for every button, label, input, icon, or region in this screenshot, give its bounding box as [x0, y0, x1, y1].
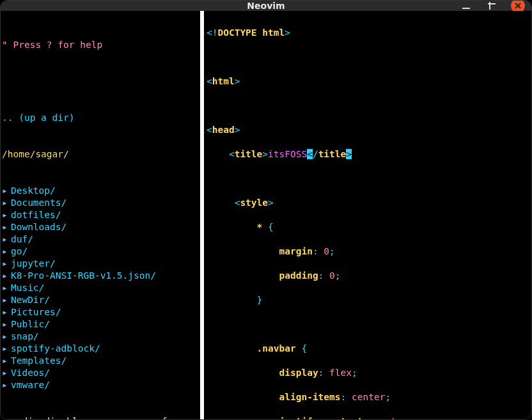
- code-pane[interactable]: <!DOCTYPE html> <html> <head> <title>its…: [204, 11, 531, 420]
- tree-dir-item[interactable]: ▸ Public/: [2, 318, 199, 331]
- titlebar[interactable]: Neovim: [1, 1, 531, 11]
- chevron-right-icon: ▸: [2, 355, 11, 367]
- svg-rect-1: [489, 2, 490, 10]
- chevron-right-icon: ▸: [2, 270, 11, 282]
- dir-label: Templates/: [11, 355, 66, 367]
- tree-cwd: /home/sagar/: [2, 148, 199, 160]
- chevron-right-icon: ▸: [2, 209, 11, 221]
- svg-rect-2: [488, 3, 496, 4]
- chevron-right-icon: ▸: [2, 343, 11, 355]
- tree-dir-item[interactable]: ▸ jupyter/: [2, 258, 199, 270]
- chevron-right-icon: ▸: [2, 367, 11, 379]
- tree-dir-item[interactable]: ▸ dotfiles/: [2, 209, 199, 221]
- dir-label: Music/: [11, 282, 44, 294]
- tree-dir-item[interactable]: ▸ Music/: [2, 282, 199, 294]
- dir-label: jupyter/: [11, 258, 56, 270]
- tree-dir-item[interactable]: ▸ vmware/: [2, 379, 199, 391]
- dir-label: Videos/: [11, 367, 50, 379]
- tree-dir-item[interactable]: ▸ NewDir/: [2, 294, 199, 306]
- chevron-right-icon: ▸: [2, 379, 11, 391]
- code-line: margin: 0;: [207, 245, 530, 258]
- code-line: align-items: center;: [207, 391, 530, 403]
- chevron-right-icon: ▸: [2, 185, 11, 197]
- file-label: audio_disable_powersave.conf: [11, 416, 167, 420]
- dir-label: duf/: [11, 233, 33, 245]
- file-tree-pane[interactable]: " Press ? for help .. (up a dir) /home/s…: [1, 11, 204, 420]
- dir-label: Downloads/: [11, 221, 66, 233]
- chevron-right-icon: ▸: [2, 197, 11, 209]
- dir-label: snap/: [11, 331, 39, 343]
- neovim-window: Neovim " Press ? for help .. (up a dir) …: [0, 0, 532, 420]
- tree-dir-item[interactable]: ▸ snap/: [2, 331, 199, 343]
- editor-area: " Press ? for help .. (up a dir) /home/s…: [1, 11, 531, 420]
- tree-dir-item[interactable]: ▸ Documents/: [2, 197, 199, 209]
- code-line: * {: [207, 221, 530, 233]
- dir-label: dotfiles/: [11, 209, 61, 221]
- code-line: <html>: [207, 75, 530, 88]
- dir-label: go/: [11, 245, 27, 258]
- chevron-right-icon: ▸: [2, 221, 11, 233]
- tree-help: " Press ? for help: [2, 39, 199, 51]
- tree-dir-item[interactable]: ▸ Pictures/: [2, 306, 199, 318]
- code-line: }: [207, 294, 530, 306]
- code-line: <head>: [207, 124, 530, 136]
- chevron-right-icon: ▸: [2, 331, 11, 343]
- tree-dir-item[interactable]: ▸ K8-Pro-ANSI-RGB-v1.5.json/: [2, 270, 199, 282]
- tree-dir-item[interactable]: ▸ Desktop/: [2, 185, 199, 197]
- dir-label: vmware/: [11, 379, 50, 391]
- window-title: Neovim: [247, 1, 285, 11]
- chevron-right-icon: ▸: [2, 294, 11, 306]
- tree-updir[interactable]: .. (up a dir): [2, 112, 199, 124]
- dir-label: K8-Pro-ANSI-RGB-v1.5.json/: [11, 270, 156, 282]
- tree-dir-item[interactable]: ▸ duf/: [2, 233, 199, 245]
- code-line: <title>itsFOSS</title>: [207, 148, 530, 160]
- dir-label: NewDir/: [11, 294, 50, 306]
- chevron-right-icon: ▸: [2, 245, 11, 258]
- tree-dir-item[interactable]: ▸ Templates/: [2, 355, 199, 367]
- code-line: display: flex;: [207, 367, 530, 379]
- blank: [2, 75, 199, 88]
- code-line: <!DOCTYPE html>: [207, 27, 530, 39]
- chevron-right-icon: ▸: [2, 233, 11, 245]
- code-line: <style>: [207, 197, 530, 209]
- dir-label: Documents/: [11, 197, 66, 209]
- code-line: padding: 0;: [207, 270, 530, 282]
- dir-label: Public/: [11, 318, 50, 331]
- tree-dir-item[interactable]: ▸ Downloads/: [2, 221, 199, 233]
- svg-rect-0: [462, 8, 470, 9]
- chevron-right-icon: ▸: [2, 282, 11, 294]
- code-line: .navbar {: [207, 343, 530, 355]
- chevron-right-icon: ▸: [2, 318, 11, 331]
- dir-label: Pictures/: [11, 306, 61, 318]
- tree-file-item[interactable]: audio_disable_powersave.conf: [2, 416, 199, 420]
- code-line: justify-content: center;: [207, 416, 530, 420]
- tree-dir-item[interactable]: ▸ go/: [2, 245, 199, 258]
- tree-dir-item[interactable]: ▸ spotify-adblock/: [2, 343, 199, 355]
- dir-label: spotify-adblock/: [11, 343, 100, 355]
- dir-label: Desktop/: [11, 185, 56, 197]
- chevron-right-icon: ▸: [2, 258, 11, 270]
- chevron-right-icon: ▸: [2, 306, 11, 318]
- tree-dir-item[interactable]: ▸ Videos/: [2, 367, 199, 379]
